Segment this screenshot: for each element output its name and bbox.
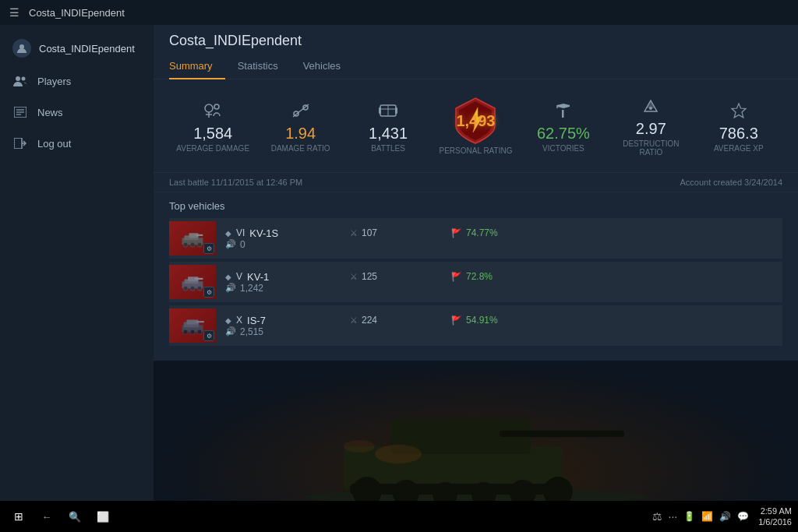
- vehicles-section: Top vehicles: [154, 192, 798, 361]
- svg-point-58: [344, 440, 375, 453]
- svg-rect-19: [379, 107, 381, 114]
- svg-line-13: [293, 104, 309, 117]
- vehicle-name-wrap-kv1s: ◆ VI KV-1S: [225, 227, 350, 239]
- destruction-ratio-label: Destruction ratio: [613, 139, 688, 157]
- stat-destruction-ratio: 2.97 Destruction ratio: [607, 92, 694, 160]
- svg-rect-35: [195, 278, 203, 280]
- vehicle-tier-kv1s: ◆: [225, 229, 231, 238]
- svg-point-43: [183, 329, 188, 334]
- vehicle-winrate-value-is7: 54.91%: [466, 315, 498, 326]
- taskbar: ⊞ ← 🔍 ⬜ ⚖ ··· 🔋 📶 🔊 💬 2:59 AM 1/6/2016: [0, 501, 798, 532]
- destruction-ratio-icon: [641, 95, 661, 117]
- vehicle-stat-xp-is7: 🔊 2,515: [225, 326, 350, 337]
- svg-point-36: [183, 286, 188, 291]
- average-damage-label: Average damage: [176, 144, 249, 153]
- damage-ratio-icon: [291, 100, 311, 122]
- sidebar-username: Costa_INDIEpendent: [39, 43, 135, 55]
- user-avatar-icon: [12, 39, 31, 58]
- vehicle-tier-is7: ◆: [225, 316, 231, 325]
- svg-point-57: [375, 445, 422, 463]
- back-button[interactable]: ←: [34, 504, 59, 529]
- damage-ratio-value: 1.94: [285, 125, 316, 143]
- hamburger-menu-icon[interactable]: ☰: [9, 6, 19, 19]
- taskbar-system-icons: ⚖ ··· 🔋 📶 🔊 💬: [646, 510, 756, 523]
- tab-summary[interactable]: Summary: [169, 55, 225, 79]
- tab-vehicles[interactable]: Vehicles: [291, 55, 353, 79]
- stat-battles: 1,431 BATTLES: [344, 97, 432, 156]
- stat-personal-rating: 1,493 PERSONAL RATING: [432, 93, 519, 158]
- vehicle-emblem-is7: ⚙: [169, 308, 216, 343]
- svg-rect-21: [562, 110, 564, 118]
- tab-bar: Summary Statistics Vehicles: [169, 55, 782, 79]
- vehicle-stat-winrate-kv1: 🚩 72.8%: [451, 271, 553, 282]
- vehicle-info-kv1: ◆ V KV-1 ⚔ 125 🚩 72.8% 🔊 1,242: [216, 271, 782, 294]
- tab-statistics[interactable]: Statistics: [225, 55, 291, 79]
- sidebar-item-players-label: Players: [37, 76, 71, 87]
- winrate-icon-kv1s: 🚩: [451, 228, 462, 238]
- svg-point-44: [190, 329, 195, 334]
- personal-rating-value: 1,493: [456, 112, 495, 130]
- taskbar-time-value: 2:59 AM: [761, 506, 792, 516]
- battles-icon-kv1s: ⚔: [350, 228, 358, 238]
- vehicle-name-wrap-is7: ◆ X IS-7: [225, 315, 350, 326]
- sidebar-item-logout[interactable]: Log out: [0, 128, 154, 159]
- vehicle-battles-value-kv1s: 107: [362, 227, 377, 238]
- battles-label: BATTLES: [371, 144, 405, 153]
- wifi-icon: 📶: [701, 511, 713, 522]
- svg-rect-28: [196, 234, 203, 236]
- sidebar-item-news-label: News: [37, 107, 63, 118]
- task-view-button[interactable]: ⬜: [90, 504, 115, 529]
- winrate-icon-is7: 🚩: [451, 315, 462, 326]
- more-icon: ···: [669, 510, 678, 523]
- svg-point-12: [214, 104, 219, 109]
- average-xp-icon: [730, 100, 747, 122]
- average-xp-value: 786.3: [719, 125, 758, 143]
- svg-rect-7: [14, 138, 22, 149]
- logout-icon: [12, 136, 28, 151]
- start-button[interactable]: ⊞: [6, 504, 31, 529]
- personal-rating-label: PERSONAL RATING: [440, 146, 513, 155]
- average-damage-icon: [203, 100, 223, 122]
- sidebar-item-players[interactable]: Players: [0, 65, 154, 97]
- vehicle-xp-value-is7: 2,515: [240, 326, 263, 337]
- xp-icon-is7: 🔊: [225, 326, 236, 336]
- vehicle-name-kv1s: KV-1S: [249, 227, 278, 239]
- svg-point-1: [16, 76, 20, 81]
- vehicle-stat-winrate-is7: 🚩 54.91%: [451, 315, 553, 326]
- sidebar: Costa_INDIEpendent Players: [0, 25, 154, 501]
- volume-icon: 🔊: [719, 511, 731, 522]
- xp-icon-kv1: 🔊: [225, 283, 236, 293]
- vehicle-winrate-value-kv1s: 74.77%: [466, 227, 498, 238]
- battles-value: 1,431: [369, 125, 408, 143]
- page-title: Costa_INDIEpendent: [169, 33, 782, 49]
- vehicle-tier-kv1: ◆: [225, 273, 231, 281]
- vehicle-badge-kv1s: ⚙: [203, 243, 214, 254]
- vehicle-name-is7: IS-7: [247, 315, 266, 326]
- vehicle-stat-battles-kv1s: ⚔ 107: [350, 227, 451, 238]
- search-button[interactable]: 🔍: [62, 504, 87, 529]
- sidebar-user[interactable]: Costa_INDIEpendent: [0, 31, 154, 65]
- battery-icon: 🔋: [683, 511, 695, 522]
- vehicle-emblem-kv1: ⚙: [169, 265, 216, 299]
- vehicle-stat-battles-kv1: ⚔ 125: [350, 271, 451, 282]
- sidebar-item-news[interactable]: News: [0, 97, 154, 128]
- vehicle-info-is7: ◆ X IS-7 ⚔ 224 🚩 54.91% 🔊 2,515: [216, 315, 782, 337]
- vehicle-tier-num-kv1: V: [236, 271, 242, 282]
- battles-icon-is7: ⚔: [350, 315, 358, 326]
- svg-rect-20: [395, 107, 397, 114]
- vehicle-stat-winrate-kv1s: 🚩 74.77%: [451, 227, 553, 238]
- balance-icon: ⚖: [652, 510, 662, 523]
- svg-point-37: [190, 286, 195, 291]
- vehicle-name-kv1: KV-1: [247, 271, 269, 283]
- taskbar-clock: 2:59 AM 1/6/2016: [758, 506, 792, 528]
- main-layout: Costa_INDIEpendent Players: [0, 25, 798, 501]
- average-damage-value: 1,584: [193, 125, 232, 143]
- svg-point-2: [22, 77, 26, 81]
- vehicle-badge-kv1: ⚙: [203, 287, 214, 298]
- tank-background: [154, 361, 798, 501]
- news-icon: [12, 104, 28, 120]
- vehicle-row: ⚙ ◆ VI KV-1S ⚔ 107 🚩 74.77%: [169, 218, 782, 259]
- tank-silhouette: [281, 376, 671, 501]
- title-bar: ☰ Costa_INDIEpendent: [0, 0, 798, 25]
- svg-point-9: [205, 104, 213, 112]
